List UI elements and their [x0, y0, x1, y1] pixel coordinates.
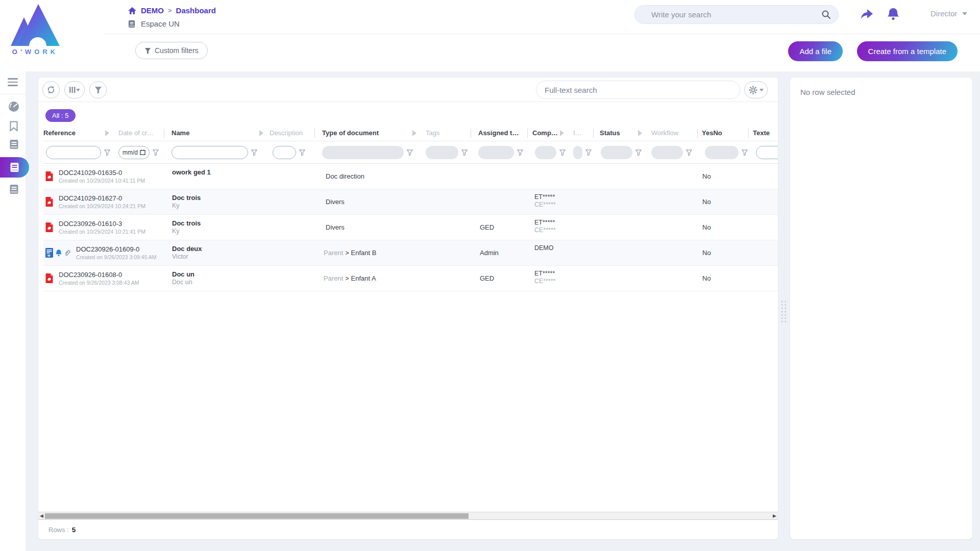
texte-filter-input[interactable] [756, 146, 778, 159]
table-row[interactable]: DOC230926-01610-3 Created on 10/29/2024 … [43, 215, 778, 240]
global-search-input[interactable] [651, 10, 821, 19]
document-name: owork ged 1 [172, 168, 265, 176]
app-root: O'WORK DEMO > Dashboard Espace UN [0, 0, 980, 551]
column-header-date-of-creation[interactable]: Date of cr… [111, 125, 164, 141]
list-settings-button[interactable] [744, 81, 768, 98]
assigned-to: Admin [471, 240, 528, 265]
chevron-down-icon [76, 89, 80, 91]
add-file-button[interactable]: Add a file [788, 41, 843, 61]
column-header-name[interactable]: Name [164, 125, 265, 141]
columns-visibility-button[interactable] [64, 81, 85, 98]
type-filter-input-disabled [322, 146, 404, 159]
panel-resize-handle[interactable] [780, 300, 787, 322]
scroll-left-arrow-icon[interactable]: ◀ [40, 513, 43, 519]
filter-funnel-icon[interactable] [153, 149, 159, 156]
share-icon[interactable] [860, 7, 874, 20]
custom-filters-button[interactable]: Custom filters [135, 42, 208, 59]
space-label: Espace UN [141, 19, 180, 28]
global-search[interactable] [634, 5, 839, 24]
name-filter-input[interactable] [172, 146, 248, 159]
fulltext-search-input[interactable] [545, 86, 731, 94]
column-header-tags[interactable]: Tags [419, 125, 471, 141]
sort-arrow-icon [105, 130, 109, 136]
filter-funnel-icon[interactable] [461, 149, 468, 156]
sidebar-item-dashboard[interactable] [0, 98, 28, 115]
column-header-yesno[interactable]: YesNo [698, 125, 749, 141]
filter-funnel-icon[interactable] [559, 149, 566, 156]
column-header-type-of-document[interactable]: Type of document [315, 125, 419, 141]
document-library-icon [9, 139, 19, 149]
document-type: Doc direction [326, 172, 364, 180]
chevron-down-icon [962, 12, 967, 15]
workflow-filter-input-disabled [651, 146, 683, 159]
filter-funnel-icon[interactable] [635, 149, 642, 156]
sidebar-toggle-menu-icon[interactable] [8, 78, 18, 88]
breadcrumb-root[interactable]: DEMO [141, 6, 164, 15]
document-name: Doc un [172, 270, 265, 278]
column-header-assigned-to[interactable]: Assigned t… [471, 125, 528, 141]
document-subname: Doc un [172, 279, 265, 286]
yesno-value: No [698, 164, 749, 189]
sidebar-item-ged-active[interactable] [0, 157, 29, 178]
filter-funnel-icon[interactable] [299, 149, 305, 156]
created-timestamp: Created on 10/29/2024 10:24:21 PM [59, 203, 145, 209]
scrollbar-thumb[interactable] [45, 513, 469, 519]
filter-funnel-icon [144, 47, 151, 54]
company-line1: ET***** [534, 219, 566, 226]
table-row[interactable]: DOC241029-01627-0 Created on 10/29/2024 … [43, 189, 778, 215]
company-line1: DEMO [534, 244, 566, 252]
sidebar-item-bookmarks[interactable] [0, 117, 28, 135]
search-icon[interactable] [821, 10, 831, 19]
column-header-texte[interactable]: Texte [749, 125, 778, 141]
column-header-company[interactable]: Comp… [528, 125, 566, 141]
all-count-badge[interactable]: All : 5 [45, 109, 76, 122]
filter-funnel-icon[interactable] [104, 149, 110, 156]
calendar-icon [140, 149, 145, 155]
document-reference: DOC241029-01635-0 [59, 169, 145, 177]
horizontal-scrollbar[interactable]: ◀ ▶ [38, 512, 778, 520]
create-from-template-button[interactable]: Create from a template [857, 41, 958, 61]
refresh-button[interactable] [42, 81, 60, 98]
column-header-status[interactable]: Status [594, 125, 644, 141]
filter-funnel-icon[interactable] [407, 149, 413, 156]
document-subname: Ky [172, 228, 265, 235]
filter-funnel-icon[interactable] [585, 149, 592, 156]
column-header-workflow[interactable]: Workflow [644, 125, 698, 141]
pdf-file-icon [45, 222, 54, 233]
filter-funnel-icon[interactable] [251, 149, 257, 156]
table-row[interactable]: DOC241029-01635-0 Created on 10/29/2024 … [43, 164, 778, 189]
document-type-parent: Parent [324, 249, 343, 257]
filter-button[interactable] [89, 81, 107, 98]
document-name: Doc trois [172, 194, 265, 202]
bookmark-icon [9, 121, 18, 132]
scroll-right-arrow-icon[interactable]: ▶ [773, 513, 776, 519]
sidebar-divider [0, 94, 26, 94]
reference-filter-input[interactable] [46, 146, 101, 159]
column-header-i[interactable]: I… [566, 125, 594, 141]
yesno-value: No [698, 266, 749, 291]
breadcrumb[interactable]: DEMO > Dashboard [128, 6, 216, 15]
breadcrumb-current[interactable]: Dashboard [176, 6, 216, 15]
fulltext-search[interactable] [536, 81, 740, 99]
app-logo[interactable]: O'WORK [7, 2, 63, 56]
filter-funnel-icon[interactable] [517, 149, 523, 156]
table-filter-row: mm/d [43, 141, 778, 164]
sort-arrow-icon [259, 130, 263, 136]
filter-funnel-icon[interactable] [742, 149, 748, 156]
table-row[interactable]: DOC230926-01608-0 Created on 9/26/2023 3… [43, 266, 778, 291]
company-filter-input-disabled [535, 146, 556, 159]
table-row[interactable]: w DOC230926-01609-0 Created on 9/26/2023… [43, 240, 778, 266]
company-line2: CE***** [534, 201, 566, 208]
user-role-menu[interactable]: Director [930, 9, 967, 18]
sidebar-item-documents[interactable] [0, 136, 28, 153]
sort-arrow-icon [412, 130, 416, 136]
filter-funnel-icon[interactable] [686, 149, 692, 156]
sidebar-item-archives[interactable] [0, 181, 28, 198]
description-filter-input[interactable] [273, 146, 296, 159]
top-bar: O'WORK DEMO > Dashboard Espace UN [0, 0, 980, 71]
column-header-reference[interactable]: Reference [43, 125, 111, 141]
space-label-row: Espace UN [128, 19, 180, 28]
date-filter-input[interactable]: mm/d [118, 146, 150, 159]
column-header-description[interactable]: Description [265, 125, 315, 141]
notifications-bell-icon[interactable] [887, 7, 900, 21]
